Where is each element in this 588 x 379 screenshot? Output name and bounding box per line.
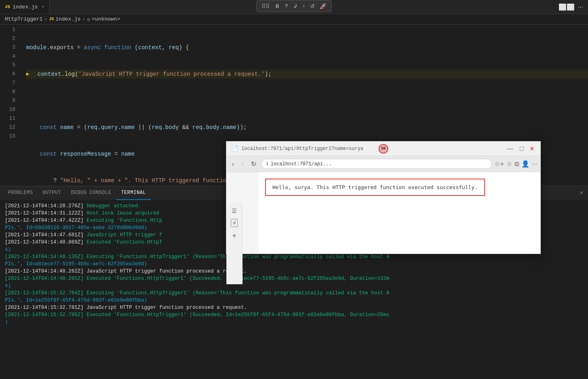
- address-text: localhost:7071/api...: [271, 161, 332, 167]
- split-editor-button[interactable]: ⬜⬜: [559, 3, 575, 11]
- address-input[interactable]: ℹ localhost:7071/api...: [261, 159, 492, 169]
- breadcrumb: HttpTrigger1 › JS index.js › ◇ <unknown>: [0, 14, 588, 25]
- js-icon: JS: [5, 4, 10, 9]
- user-avatar: SK: [379, 144, 388, 154]
- code-line-2: ▶ context.log('JavaScript HTTP trigger f…: [26, 70, 588, 79]
- browser-more-icon[interactable]: ···: [532, 160, 537, 168]
- terminal-line: [2021-12-14T04:15:32.781Z] JavaScript HT…: [5, 304, 583, 311]
- add-favorites-icon[interactable]: ☆+: [494, 160, 504, 168]
- browser-forward-button[interactable]: ›: [239, 160, 246, 169]
- code-line-1: module.exports = async function (context…: [26, 43, 588, 52]
- browser-body: ☰ # + Hello, surya. This HTTP triggered …: [226, 172, 540, 254]
- breadcrumb-sep-1: ›: [44, 16, 48, 22]
- line-numbers: 12345 678910 111213: [0, 25, 20, 186]
- response-box: Hello, surya. This HTTP triggered functi…: [265, 179, 485, 196]
- browser-close-button[interactable]: ×: [529, 145, 536, 152]
- code-line-4: const name = (req.query.name || (req.bod…: [26, 123, 588, 132]
- debug-toolbar: ⠿⠿ ⏸ ? ↷ ↑ ↺ 🚀: [256, 0, 332, 12]
- tab-output[interactable]: OUTPUT: [38, 186, 66, 200]
- tab-filename: index.js: [13, 4, 38, 10]
- browser-restore-button[interactable]: □: [518, 145, 525, 152]
- code-line-3: [26, 96, 588, 105]
- breadcrumb-unknown[interactable]: <unknown>: [92, 16, 120, 22]
- terminal-line: [2021-12-14T04:14:48.262Z] JavaScript HT…: [5, 268, 583, 275]
- tab-problems[interactable]: PROBLEMS: [3, 186, 38, 200]
- debug-stepinto-icon[interactable]: ↑: [301, 2, 307, 10]
- top-right-buttons: ⬜⬜ ···: [554, 0, 588, 14]
- terminal-line: [2021-12-14T04:15:32.764Z] Executing 'Fu…: [5, 289, 583, 297]
- more-actions-button[interactable]: ···: [578, 4, 583, 11]
- tab-bar: JS index.js × ⠿⠿ ⏸ ? ↷ ↑ ↺ 🚀 ⬜⬜ ···: [0, 0, 588, 14]
- browser-titlebar-left: 📄 localhost:7071/api/HttpTrigger1?name=s…: [231, 145, 363, 152]
- breadcrumb-trigger[interactable]: HttpTrigger1: [5, 16, 43, 22]
- debug-restart-icon[interactable]: ↺: [308, 2, 316, 10]
- debug-arrow: ▶: [26, 70, 29, 79]
- terminal-line: s): [5, 282, 583, 289]
- breadcrumb-js-badge: JS: [49, 17, 54, 21]
- response-text: Hello, surya. This HTTP triggered functi…: [272, 184, 478, 190]
- close-tab-icon[interactable]: ×: [42, 5, 44, 9]
- browser-content-area: Hello, surya. This HTTP triggered functi…: [259, 172, 540, 254]
- browser-title-text: localhost:7071/api/HttpTrigger1?name=sur…: [241, 146, 363, 152]
- debug-pause-icon[interactable]: ⏸: [273, 2, 282, 10]
- debug-help-icon[interactable]: ?: [283, 2, 290, 10]
- browser-sidebar-tab-icon[interactable]: ☰: [230, 206, 239, 216]
- browser-titlebar-right: — □ ×: [505, 145, 536, 152]
- breadcrumb-unknown-icon: ◇: [87, 16, 90, 23]
- terminal-line: [2021-12-14T04:14:48.265Z] Executed 'Fun…: [5, 275, 583, 282]
- terminal-line: ): [5, 319, 583, 326]
- collections-icon[interactable]: ⧉: [515, 160, 519, 168]
- browser-overlay: 📄 localhost:7071/api/HttpTrigger1?name=s…: [226, 141, 541, 254]
- avatar-initials: SK: [381, 146, 386, 151]
- terminal-line: PIs.', Id=1e255f8f-65f4-475d-993f-e02e8e…: [5, 297, 583, 304]
- tab-debug-console-label: DEBUG CONSOLE: [71, 190, 111, 196]
- page-icon: 📄: [231, 145, 238, 152]
- tab-debug-console[interactable]: DEBUG CONSOLE: [66, 186, 116, 200]
- terminal-line: [2021-12-14T04:15:32.786Z] Executed 'Fun…: [5, 311, 583, 319]
- terminal-line: PIs.', Id=a01ece77-5195-4b5c-ae7c-62f295…: [5, 260, 583, 268]
- tab-index-js[interactable]: JS index.js ×: [0, 0, 50, 14]
- info-icon: ℹ: [266, 161, 268, 167]
- breadcrumb-file[interactable]: index.js: [55, 16, 80, 22]
- browser-refresh-button[interactable]: ↻: [249, 159, 259, 169]
- debug-run-icon[interactable]: 🚀: [318, 2, 328, 10]
- browser-minimize-button[interactable]: —: [505, 145, 515, 152]
- tab-terminal-label: TERMINAL: [121, 190, 146, 196]
- panel-close-button[interactable]: ×: [575, 186, 588, 199]
- profile-icon[interactable]: 👤: [521, 160, 529, 168]
- breadcrumb-sep-2: ›: [82, 16, 86, 22]
- browser-sidebar-hash-icon[interactable]: #: [231, 219, 238, 227]
- tab-problems-label: PROBLEMS: [8, 190, 33, 196]
- browser-nav-icons: ☆+ ☆ ⧉ 👤 ···: [494, 160, 537, 168]
- favorites-icon[interactable]: ☆: [506, 160, 512, 168]
- tab-terminal[interactable]: TERMINAL: [116, 186, 151, 200]
- browser-addressbar: ‹ › ↻ ℹ localhost:7071/api... ☆+ ☆ ⧉ 👤 ·…: [226, 156, 540, 172]
- browser-sidebar-plus-icon[interactable]: +: [230, 230, 238, 242]
- browser-sidebar: ☰ # +: [226, 203, 243, 284]
- browser-back-button[interactable]: ‹: [230, 160, 236, 169]
- browser-titlebar: 📄 localhost:7071/api/HttpTrigger1?name=s…: [226, 142, 540, 156]
- tab-output-label: OUTPUT: [43, 190, 61, 196]
- terminal-line: [2021-12-14T04:14:48.135Z] Executing 'Fu…: [5, 253, 583, 260]
- debug-grid-icon[interactable]: ⠿⠿: [260, 2, 271, 10]
- debug-stepover-icon[interactable]: ↷: [291, 2, 299, 10]
